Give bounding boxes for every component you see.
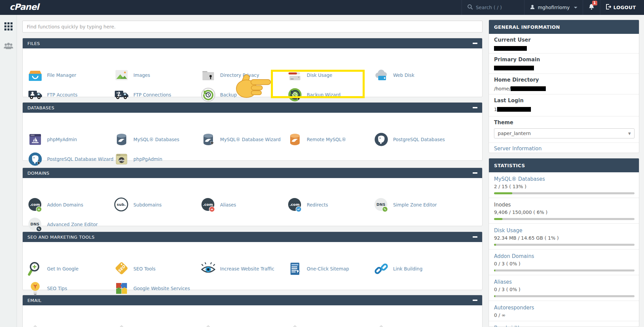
app-item-simple-zone-editor[interactable]: DNS ✎Simple Zone Editor — [373, 197, 458, 213]
stat-link[interactable]: Bandwidth — [494, 325, 634, 327]
app-item-mx-entry[interactable]: MXMX Entry — [200, 324, 285, 327]
stat-progress-bar — [494, 192, 635, 194]
app-item-google-website-services[interactable]: Google Website Services — [114, 281, 198, 296]
section-domains: DOMAINS .com +Addon Domains sub. Subdoma… — [22, 168, 482, 226]
logout-button[interactable]: LOGOUT — [600, 0, 644, 15]
file-manager-icon — [27, 67, 43, 83]
svg-text:sub.: sub. — [117, 202, 126, 207]
link-building-icon — [373, 261, 389, 277]
apps-grid-button[interactable] — [0, 20, 17, 35]
theme-row: Theme paper_lantern ▼ — [489, 116, 639, 143]
app-item-images[interactable]: Images — [114, 67, 198, 83]
app-item-one-click-sitemap[interactable]: One-Click Sitemap — [287, 261, 372, 277]
user-groups-button[interactable] — [0, 39, 17, 54]
backup-wizard-icon — [287, 87, 303, 103]
app-item-backup-wizard[interactable]: Backup Wizard — [287, 87, 372, 103]
redirects-icon: .com ↵ — [287, 197, 303, 213]
server-information-row: Server Information — [489, 143, 639, 153]
app-item-subdomains[interactable]: sub. Subdomains — [114, 197, 198, 213]
app-item-seo-tips[interactable]: SEO Tips — [27, 281, 112, 296]
app-item-email-accounts[interactable]: Email Accounts — [27, 324, 112, 327]
app-item-aliases[interactable]: .com =Aliases — [200, 197, 285, 213]
app-item-directory-privacy[interactable]: Directory Privacy — [200, 67, 285, 83]
app-item-ftp-accounts[interactable]: FTP Accounts — [27, 87, 112, 103]
stat-progress-bar — [494, 218, 635, 220]
stat-row-addon-domains: Addon Domains0 / 3 ( 0% ) — [489, 249, 639, 275]
stat-link[interactable]: MySQL® Databases — [494, 176, 634, 182]
app-item-postgresql-database-wizard[interactable]: PostgreSQL Database Wizard — [27, 151, 112, 167]
stat-progress-bar — [494, 295, 635, 297]
cpanel-logo: cPanel — [9, 2, 39, 12]
stat-link[interactable]: Autoresponders — [494, 305, 634, 311]
app-item-default-address[interactable]: @Default Address — [373, 324, 458, 327]
server-information-link[interactable]: Server Information — [494, 146, 542, 152]
app-item-label: SEO Tips — [47, 286, 67, 291]
subdomains-icon: sub. — [114, 197, 129, 213]
logout-icon — [606, 4, 611, 11]
app-item-label: Advanced Zone Editor — [47, 222, 98, 227]
search-icon — [467, 4, 473, 11]
default-address-icon: @ — [373, 324, 389, 327]
app-item-mysql-database-wizard[interactable]: MySQL® Database Wizard — [200, 132, 285, 147]
collapse-minus-icon[interactable] — [473, 43, 477, 44]
collapse-minus-icon[interactable] — [473, 172, 477, 174]
app-item-label: Addon Domains — [47, 202, 83, 208]
user-menu[interactable]: mghofirriomy — [524, 0, 582, 15]
app-item-link-building[interactable]: Link Building — [373, 261, 458, 277]
app-item-label: Link Building — [393, 266, 423, 271]
disk-usage-icon — [287, 67, 303, 83]
app-item-ftp-connections[interactable]: FTP Connections — [114, 87, 198, 103]
addon-domains-icon: .com + — [27, 197, 43, 213]
app-item-advanced-zone-editor[interactable]: DNS ✎Advanced Zone Editor — [27, 217, 112, 232]
quick-find-input[interactable] — [22, 21, 482, 32]
app-item-phpmyadmin[interactable]: phpMyAdmin — [27, 132, 112, 147]
info-value: 1 — [494, 107, 634, 112]
stat-progress-fill — [494, 244, 496, 246]
theme-select[interactable]: paper_lantern ▼ — [494, 128, 635, 138]
app-item-seo-tools[interactable]: SEOSEO Tools — [114, 261, 198, 277]
app-item-remote-mysql[interactable]: Remote MySQL® — [287, 132, 372, 147]
google-website-services-icon — [114, 281, 129, 296]
app-item-label: PostgreSQL Database Wizard — [47, 156, 113, 162]
ftp-connections-icon — [114, 87, 129, 103]
app-item-get-in-google[interactable]: Get In Google — [27, 261, 112, 277]
app-item-autoresponders[interactable]: A Autoresponders — [287, 324, 372, 327]
top-navigation-bar: cPanel Search ( / ) mghofirriomy 1 — [0, 0, 644, 15]
notifications-button[interactable]: 1 — [583, 0, 600, 15]
info-label: Primary Domain — [494, 57, 634, 63]
stat-link[interactable]: Aliases — [494, 279, 634, 285]
app-item-disk-usage[interactable]: Disk Usage — [287, 67, 372, 83]
app-item-mysql-databases[interactable]: MySQL® Databases — [114, 132, 198, 147]
username: mghofirriomy — [538, 5, 570, 10]
app-item-forwarders[interactable]: Forwarders — [114, 324, 198, 327]
app-item-addon-domains[interactable]: .com +Addon Domains — [27, 197, 112, 213]
grid-icon — [4, 22, 13, 32]
theme-selected-value: paper_lantern — [498, 131, 531, 136]
app-item-web-disk[interactable]: Web Disk — [373, 67, 458, 83]
mx-entry-icon: MX — [200, 324, 216, 327]
info-label: Home Directory — [494, 77, 634, 83]
app-item-file-manager[interactable]: File Manager — [27, 67, 112, 83]
app-item-postgresql-databases[interactable]: PostgreSQL Databases — [373, 132, 458, 147]
stat-link[interactable]: Disk Usage — [494, 227, 634, 234]
stat-value: 2 / 15 ( 13% ) — [494, 184, 634, 189]
app-item-backup[interactable]: Backup — [200, 87, 285, 103]
collapse-minus-icon[interactable] — [473, 300, 477, 301]
chevron-down-icon — [574, 7, 577, 8]
app-item-increase-website-traffic[interactable]: Increase Website Traffic — [200, 261, 285, 277]
notification-count-badge: 1 — [592, 1, 597, 5]
app-item-label: SEO Tools — [133, 266, 155, 271]
collapse-minus-icon[interactable] — [473, 107, 477, 108]
collapse-minus-icon[interactable] — [473, 236, 477, 238]
header-search[interactable]: Search ( / ) — [461, 0, 524, 15]
app-item-phppgadmin[interactable]: phpphpPgAdmin — [114, 151, 198, 167]
app-item-label: Aliases — [220, 202, 236, 208]
app-item-redirects[interactable]: .com ↵Redirects — [287, 197, 372, 213]
stat-link[interactable]: Addon Domains — [494, 253, 634, 259]
stat-row-mysql-databases: MySQL® Databases2 / 15 ( 13% ) — [489, 172, 639, 198]
svg-text:php: php — [119, 159, 125, 162]
app-item-label: Images — [133, 72, 150, 78]
app-item-label: MySQL® Databases — [133, 137, 179, 142]
section-title: SEO AND MARKETING TOOLS — [27, 235, 94, 240]
app-item-label: Redirects — [307, 202, 328, 208]
